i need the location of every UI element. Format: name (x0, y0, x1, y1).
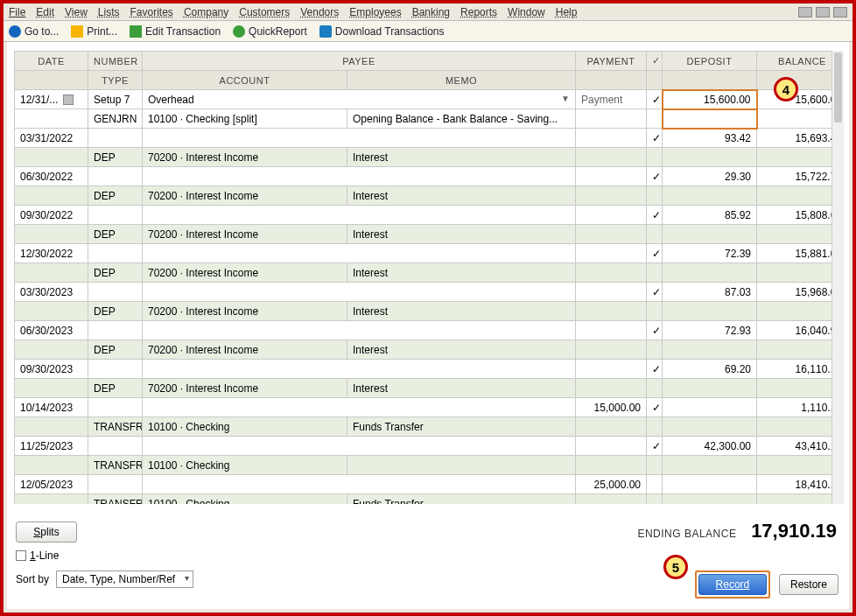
cell-payee[interactable] (143, 206, 576, 225)
cell-date[interactable]: 12/30/2022 (15, 244, 88, 263)
cell-type[interactable]: DEP (88, 148, 143, 167)
menu-lists[interactable]: Lists (98, 6, 120, 18)
table-row-editing-split[interactable]: GENJRN 10100 · Checking [split] Opening … (15, 109, 845, 129)
max-icon[interactable] (816, 7, 830, 18)
menu-file[interactable]: File (9, 6, 25, 18)
cell-deposit[interactable]: 87.03 (663, 283, 757, 302)
cell-type[interactable]: TRANSFR (88, 417, 143, 437)
cell-date[interactable]: 06/30/2023 (15, 321, 88, 340)
table-row[interactable]: 03/31/2022✓93.4215,693.42 (15, 129, 845, 148)
cell-type[interactable]: DEP (88, 225, 143, 244)
oneline-checkbox[interactable] (16, 550, 26, 561)
cell-split-type[interactable]: GENJRN (88, 109, 143, 129)
header-check[interactable]: ✓ (647, 52, 663, 71)
cell-date[interactable]: 10/14/2023 (15, 398, 88, 417)
cell-check[interactable]: ✓ (647, 398, 663, 417)
cell-account[interactable]: 70200 · Interest Income (143, 379, 347, 398)
cell-number[interactable]: Setup 7 (88, 90, 143, 109)
record-button[interactable]: Record (698, 574, 767, 595)
cell-check[interactable]: ✓ (647, 206, 663, 225)
table-row[interactable]: 09/30/2022✓85.9215,808.64 (15, 206, 845, 225)
header-payment[interactable]: PAYMENT (576, 52, 647, 71)
header-payee[interactable]: PAYEE (143, 52, 576, 71)
oneline-label[interactable]: 1-Line (30, 550, 59, 562)
cell-payment[interactable] (576, 321, 647, 340)
table-row[interactable]: 09/30/2023✓69.2016,110.19 (15, 360, 845, 379)
cell-payment[interactable]: 25,000.00 (576, 475, 647, 494)
toolbar-quickreport[interactable]: QuickReport (233, 25, 307, 38)
cell-memo[interactable]: Interest (347, 302, 576, 321)
cell-number[interactable] (88, 398, 143, 417)
cell-account[interactable]: 70200 · Interest Income (143, 225, 347, 244)
cell-payee[interactable] (143, 360, 576, 379)
cell-payee[interactable]: Overhead ▼ (143, 90, 576, 109)
cell-deposit[interactable]: 72.39 (663, 244, 757, 263)
cell-date[interactable]: 09/30/2022 (15, 206, 88, 225)
cell-check[interactable]: ✓ (647, 167, 663, 186)
cell-account[interactable]: 10100 · Checking (143, 417, 347, 437)
cell-date[interactable]: 12/05/2023 (15, 475, 88, 494)
cell-payment[interactable] (576, 437, 647, 456)
cell-memo[interactable]: Interest (347, 186, 576, 206)
cell-payment[interactable] (576, 360, 647, 379)
menu-help[interactable]: Help (556, 6, 578, 18)
min-icon[interactable] (798, 7, 812, 18)
cell-number[interactable] (88, 360, 143, 379)
cell-check[interactable]: ✓ (647, 90, 663, 109)
menu-employees[interactable]: Employees (349, 6, 401, 18)
cell-payee[interactable] (143, 321, 576, 340)
cell-number[interactable] (88, 206, 143, 225)
cell-payee[interactable] (143, 398, 576, 417)
header-type[interactable]: TYPE (88, 71, 143, 90)
menu-company[interactable]: Company (184, 6, 228, 18)
table-row[interactable]: 06/30/2022✓29.3015,722.72 (15, 167, 845, 186)
header-deposit[interactable]: DEPOSIT (663, 52, 757, 71)
cell-split-memo[interactable]: Opening Balance - Bank Balance - Saving.… (347, 109, 576, 129)
header-date[interactable]: DATE (15, 52, 88, 71)
table-row[interactable]: 10/14/202315,000.00✓1,110.19 (15, 398, 845, 417)
cell-account[interactable]: 10100 · Checking (143, 494, 347, 505)
cell-type[interactable]: DEP (88, 302, 143, 321)
cell-deposit[interactable] (663, 475, 757, 494)
cell-type[interactable]: TRANSFR (88, 494, 143, 505)
table-row[interactable]: 12/05/202325,000.0018,410.19 (15, 475, 845, 494)
cell-check[interactable]: ✓ (647, 283, 663, 302)
table-row-editing[interactable]: 12/31/... Setup 7 Overhead ▼ Payment ✓ (15, 90, 845, 109)
toolbar-download[interactable]: Download Transactions (319, 25, 445, 38)
header-account[interactable]: ACCOUNT (143, 71, 347, 90)
cell-memo[interactable]: Interest (347, 148, 576, 167)
menu-window[interactable]: Window (508, 6, 545, 18)
cell-account[interactable]: 10100 · Checking (143, 456, 347, 475)
menu-reports[interactable]: Reports (460, 6, 497, 18)
cell-payment[interactable]: Payment (576, 90, 647, 109)
cell-number[interactable] (88, 283, 143, 302)
table-row-split[interactable]: DEP70200 · Interest IncomeInterest (15, 340, 845, 360)
table-row-split[interactable]: DEP70200 · Interest IncomeInterest (15, 225, 845, 244)
table-row-split[interactable]: TRANSFR10100 · Checking (15, 456, 845, 475)
cell-payee[interactable] (143, 283, 576, 302)
table-row-split[interactable]: DEP70200 · Interest IncomeInterest (15, 263, 845, 283)
cell-number[interactable] (88, 167, 143, 186)
table-row-split[interactable]: DEP70200 · Interest IncomeInterest (15, 302, 845, 321)
menu-banking[interactable]: Banking (412, 6, 450, 18)
cell-check[interactable]: ✓ (647, 129, 663, 148)
calendar-icon[interactable] (63, 94, 74, 105)
cell-deposit[interactable]: 29.30 (663, 167, 757, 186)
cell-memo[interactable]: Funds Transfer (347, 417, 576, 437)
cell-deposit[interactable]: 69.20 (663, 360, 757, 379)
cell-check[interactable] (647, 475, 663, 494)
chevron-down-icon[interactable]: ▼ (561, 94, 570, 103)
cell-number[interactable] (88, 475, 143, 494)
cell-memo[interactable]: Interest (347, 225, 576, 244)
cell-deposit[interactable] (663, 398, 757, 417)
header-number[interactable]: NUMBER (88, 52, 143, 71)
table-row-split[interactable]: DEP70200 · Interest IncomeInterest (15, 379, 845, 398)
close-icon[interactable] (833, 7, 847, 18)
splits-button[interactable]: Splits (16, 522, 77, 542)
cell-type[interactable]: DEP (88, 379, 143, 398)
toolbar-goto[interactable]: Go to... (9, 25, 59, 38)
cell-account[interactable]: 70200 · Interest Income (143, 148, 347, 167)
cell-payee[interactable] (143, 437, 576, 456)
cell-payment[interactable] (576, 129, 647, 148)
scrollbar-thumb[interactable] (834, 52, 842, 122)
